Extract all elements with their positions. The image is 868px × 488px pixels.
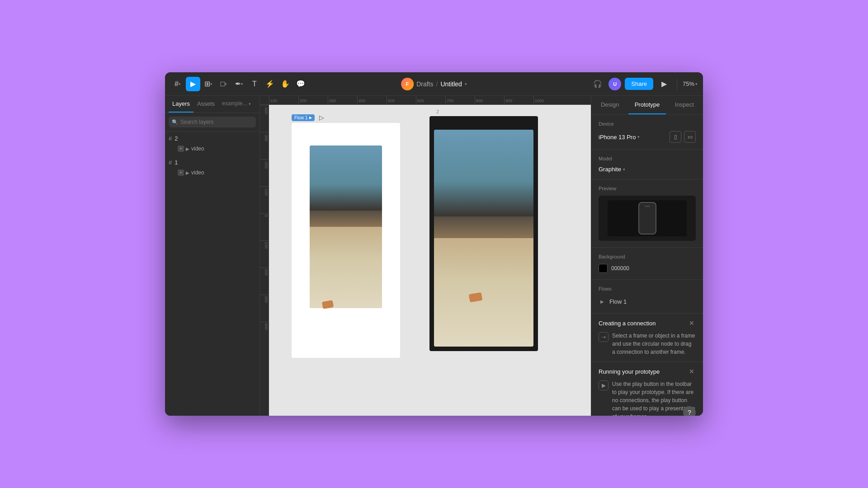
cat-image-frame-2 <box>434 130 533 347</box>
portrait-button[interactable]: ▯ <box>670 131 681 143</box>
creating-connection-close[interactable]: ✕ <box>688 319 696 327</box>
text-icon: T <box>252 80 257 88</box>
hash-icon-2: # <box>169 135 172 142</box>
running-prototype-title: Running your prototype <box>599 368 660 375</box>
panel-tabs: Design Prototype Inspect <box>591 96 703 115</box>
play-icon: ▶ <box>661 80 667 88</box>
ruler-left-mark: -300 <box>260 132 269 159</box>
canvas-area[interactable]: 100 200 300 400 500 600 700 800 900 1000… <box>260 96 591 416</box>
select-tool-button[interactable]: ▶ <box>186 77 200 91</box>
running-prototype-content: ▶ Use the play button in the toolbar to … <box>599 380 696 416</box>
canvas-content[interactable]: Flow 1 ▶ ▷ 2 <box>269 105 591 416</box>
sidebar-search: 🔍 <box>165 113 259 131</box>
running-prototype-close[interactable]: ✕ <box>688 367 696 375</box>
tab-assets[interactable]: Assets <box>193 96 218 113</box>
main-content: Layers Assets example... ▾ 🔍 # 2 <box>165 96 703 416</box>
device-name[interactable]: iPhone 13 Pro ▾ <box>599 134 640 141</box>
preview-phone <box>638 202 656 235</box>
layer-item-video-1[interactable]: + ▶ video <box>165 168 259 178</box>
zoom-selector[interactable]: 75% ▾ <box>683 80 698 87</box>
flow-badge[interactable]: Flow 1 ▶ <box>292 114 315 121</box>
layer-expand-2[interactable]: + <box>178 145 184 152</box>
running-prototype-section: Running your prototype ✕ ▶ Use the play … <box>591 362 703 416</box>
ruler-left: -400 -300 -200 -100 0 100 200 300 400 <box>260 105 269 416</box>
shape-tool-button[interactable]: □ ▾ <box>217 77 231 91</box>
tool-group-main: # ▾ ▶ ⊞ ▾ □ ▾ ✒ ▾ T <box>170 77 308 91</box>
zoom-value: 75% <box>683 80 694 87</box>
frame-1[interactable] <box>292 123 400 358</box>
layer-number-1: 1 <box>175 159 178 166</box>
preview-box <box>599 196 696 241</box>
microphone-button[interactable]: 🎧 <box>590 77 605 91</box>
running-prototype-header: Running your prototype ✕ <box>599 367 696 375</box>
frame-2-container <box>429 116 538 351</box>
layer-icon-video-2: ▶ <box>186 146 189 151</box>
user-avatar[interactable]: U <box>609 78 621 90</box>
pen-tool-button[interactable]: ✒ ▾ <box>232 77 246 91</box>
comment-tool-button[interactable]: 💬 <box>293 77 308 91</box>
preview-section: Preview <box>591 179 703 248</box>
breadcrumb-file[interactable]: Untitled <box>440 80 462 88</box>
hash-icon-1: # <box>169 159 172 166</box>
search-input[interactable] <box>169 117 256 127</box>
play-button[interactable]: ▶ <box>657 77 671 91</box>
flow-item-1[interactable]: ▶ Flow 1 <box>599 296 696 307</box>
pen-chevron: ▾ <box>241 82 243 86</box>
portrait-icon: ▯ <box>674 134 677 140</box>
device-selector: iPhone 13 Pro ▾ ▯ ▭ <box>599 131 696 143</box>
component-tool-button[interactable]: ⚡ <box>263 77 277 91</box>
tab-prototype[interactable]: Prototype <box>628 96 665 114</box>
ruler-mark: 600 <box>416 96 445 104</box>
cursor-icon: ▶ <box>190 80 196 88</box>
comment-icon: 💬 <box>296 80 305 88</box>
ruler-left-mark: 200 <box>260 267 269 295</box>
app-window: # ▾ ▶ ⊞ ▾ □ ▾ ✒ ▾ T <box>165 72 703 416</box>
background-color-row: 000000 <box>599 264 696 273</box>
ruler-mark: 300 <box>328 96 357 104</box>
background-color-value: 000000 <box>611 265 629 272</box>
help-button[interactable]: ? <box>683 406 696 416</box>
model-selector[interactable]: Graphite ▾ <box>599 166 696 173</box>
ruler-left-marks: -400 -300 -200 -100 0 100 200 300 400 <box>260 105 269 349</box>
background-color-swatch[interactable] <box>599 264 608 273</box>
play-triangle-icon: ▶ <box>599 380 609 390</box>
creating-connection-header: Creating a connection ✕ <box>599 319 696 327</box>
ruler-mark: 200 <box>298 96 328 104</box>
creating-connection-title: Creating a connection <box>599 320 656 327</box>
cat-image-frame-1 <box>310 145 382 308</box>
tab-layers[interactable]: Layers <box>169 96 193 113</box>
right-panel: Design Prototype Inspect Device iPhone 1… <box>591 96 703 416</box>
breadcrumb-separator: / <box>436 80 438 88</box>
ruler-marks-top: 100 200 300 400 500 600 700 800 900 1000 <box>269 96 591 104</box>
flow-item-play-icon: ▶ <box>599 298 606 305</box>
frame-tool-button[interactable]: ⊞ ▾ <box>201 77 216 91</box>
layer-expand-1[interactable]: + <box>178 169 184 176</box>
preview-dark-bg <box>608 200 687 236</box>
breadcrumb-chevron[interactable]: ▾ <box>465 82 467 86</box>
ruler-left-mark: -200 <box>260 159 269 186</box>
grid-icon: # <box>175 80 179 88</box>
ruler-left-mark: 300 <box>260 295 269 322</box>
layer-number-2: 2 <box>175 135 178 142</box>
breadcrumb-workspace[interactable]: Drafts <box>416 80 433 88</box>
layer-header-2[interactable]: # 2 <box>165 133 259 144</box>
search-icon: 🔍 <box>172 119 178 125</box>
ruler-left-mark: -100 <box>260 186 269 213</box>
landscape-button[interactable]: ▭ <box>684 131 696 143</box>
frame-2-label-text: 2 <box>436 109 439 114</box>
share-button[interactable]: Share <box>625 78 653 90</box>
tab-design[interactable]: Design <box>591 96 628 114</box>
flows-section: Flows ▶ Flow 1 <box>591 280 703 314</box>
creating-connection-content: ⇢ Select a frame or object in a frame an… <box>599 332 696 356</box>
component-icon: ⚡ <box>265 80 274 88</box>
layer-header-1[interactable]: # 1 <box>165 157 259 168</box>
frame-2[interactable] <box>429 116 538 351</box>
sidebar-tabs: Layers Assets example... ▾ <box>165 96 259 113</box>
tab-example[interactable]: example... ▾ <box>218 96 255 113</box>
layer-item-video-2[interactable]: + ▶ video <box>165 144 259 154</box>
hand-tool-button[interactable]: ✋ <box>278 77 292 91</box>
text-tool-button[interactable]: T <box>247 77 262 91</box>
pen-icon: ✒ <box>235 80 241 88</box>
tab-inspect[interactable]: Inspect <box>666 96 703 114</box>
grid-tool-button[interactable]: # ▾ <box>170 77 185 91</box>
